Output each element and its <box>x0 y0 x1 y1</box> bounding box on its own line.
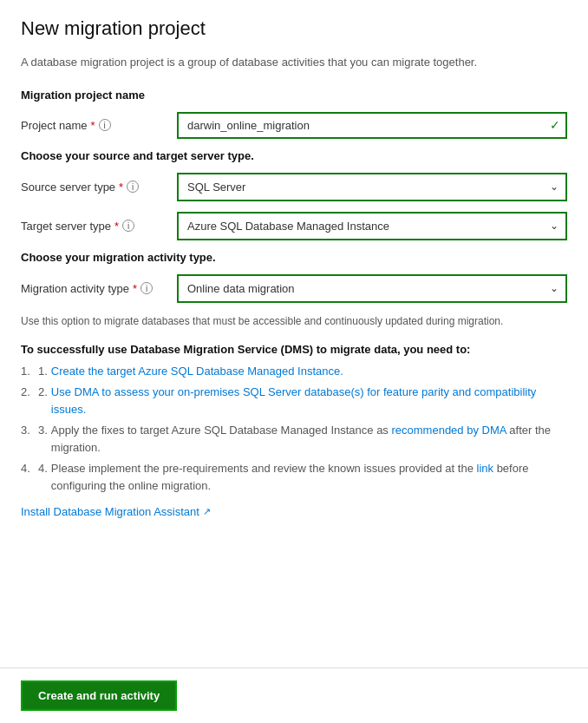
info-list: 1. Create the target Azure SQL Database … <box>21 363 567 495</box>
activity-type-select[interactable]: Online data migration Offline data migra… <box>177 274 567 303</box>
section-activity-type-label: Choose your migration activity type. <box>21 251 567 264</box>
source-server-type-select[interactable]: SQL Server MySQL PostgreSQL <box>177 173 567 201</box>
info-heading: To successfully use Database Migration S… <box>21 343 567 356</box>
project-name-input[interactable] <box>177 112 567 139</box>
target-required-indicator: * <box>114 220 119 233</box>
source-server-type-row: Source server type * i SQL Server MySQL … <box>21 173 567 201</box>
project-name-input-wrapper: ✓ <box>177 112 567 139</box>
target-info-icon[interactable]: i <box>122 220 134 232</box>
link-link[interactable]: link <box>477 462 494 475</box>
page-description: A database migration project is a group … <box>21 54 567 71</box>
activity-info-icon[interactable]: i <box>140 282 153 294</box>
target-server-type-row: Target server type * i Azure SQL Databas… <box>21 212 567 240</box>
section-project-name-label: Migration project name <box>21 89 567 102</box>
project-name-label: Project name * i <box>21 119 177 132</box>
footer-bar: Create and run activity <box>0 667 588 723</box>
hint-text: Use this option to migrate databases tha… <box>21 313 567 329</box>
source-server-type-select-wrapper: SQL Server MySQL PostgreSQL ⌄ <box>177 173 567 201</box>
page-title: New migration project <box>21 17 567 40</box>
activity-type-field-row: Migration activity type * i Online data … <box>21 274 567 303</box>
create-target-link[interactable]: Create the target Azure SQL Database Man… <box>51 365 343 378</box>
source-required-indicator: * <box>119 181 123 194</box>
external-link-icon: ↗ <box>203 506 211 517</box>
project-name-field-row: Project name * i ✓ <box>21 112 567 139</box>
project-name-info-icon[interactable]: i <box>99 119 111 131</box>
target-server-type-label: Target server type * i <box>21 220 177 233</box>
activity-type-label: Migration activity type * i <box>21 282 177 295</box>
install-dma-link[interactable]: Install Database Migration Assistant ↗ <box>21 505 211 518</box>
section-server-type-label: Choose your source and target server typ… <box>21 149 567 162</box>
activity-type-select-wrapper: Online data migration Offline data migra… <box>177 274 567 303</box>
info-section: To successfully use Database Migration S… <box>21 343 567 519</box>
list-item: 1. Create the target Azure SQL Database … <box>21 363 567 380</box>
source-info-icon[interactable]: i <box>127 181 139 193</box>
check-icon: ✓ <box>550 118 560 132</box>
source-server-type-label: Source server type * i <box>21 181 177 194</box>
list-item: 2. Use DMA to assess your on-premises SQ… <box>21 384 567 417</box>
create-and-run-activity-button[interactable]: Create and run activity <box>21 680 177 711</box>
target-server-type-select[interactable]: Azure SQL Database Managed Instance Azur… <box>177 212 567 240</box>
list-item: 3. Apply the fixes to target Azure SQL D… <box>21 422 567 456</box>
activity-required-indicator: * <box>133 282 137 295</box>
use-dma-link[interactable]: Use DMA to assess your on-premises SQL S… <box>51 385 536 416</box>
target-server-type-select-wrapper: Azure SQL Database Managed Instance Azur… <box>177 212 567 240</box>
recommended-link[interactable]: recommended by DMA <box>391 424 506 437</box>
install-dma-label: Install Database Migration Assistant <box>21 505 199 518</box>
required-indicator: * <box>91 119 95 132</box>
list-item: 4. Please implement the pre-requirements… <box>21 460 567 494</box>
